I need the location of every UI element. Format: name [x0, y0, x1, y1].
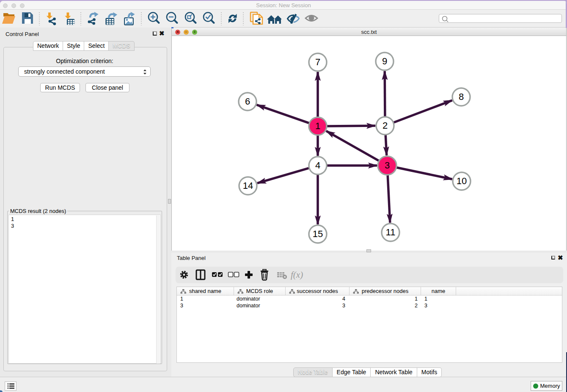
- svg-text:14: 14: [243, 180, 253, 191]
- svg-text:15: 15: [313, 229, 323, 239]
- svg-text:2: 2: [383, 120, 388, 131]
- svg-text:7: 7: [315, 57, 320, 67]
- svg-text:8: 8: [459, 91, 464, 102]
- svg-text:4: 4: [315, 160, 320, 171]
- svg-text:9: 9: [382, 56, 387, 66]
- svg-text:10: 10: [457, 176, 467, 186]
- svg-text:3: 3: [385, 160, 390, 171]
- svg-text:1: 1: [315, 121, 320, 131]
- svg-text:11: 11: [386, 227, 396, 237]
- svg-text:f(x): f(x): [291, 270, 303, 280]
- svg-text:6: 6: [245, 96, 250, 107]
